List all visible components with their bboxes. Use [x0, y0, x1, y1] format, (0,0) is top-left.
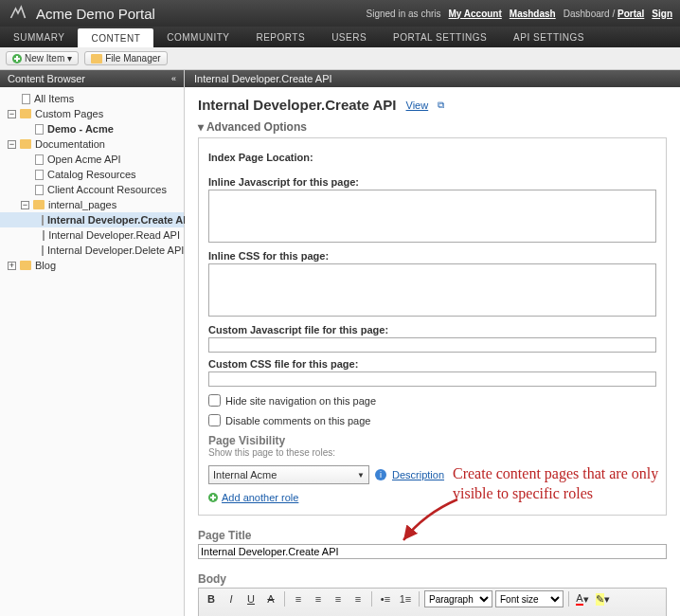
plus-icon: [12, 54, 22, 63]
tree-custom-pages[interactable]: −Custom Pages: [0, 106, 184, 121]
tree-all-items[interactable]: All Items: [0, 91, 184, 106]
page-icon: [35, 185, 44, 195]
separator: [568, 591, 569, 607]
inline-css-textarea[interactable]: [208, 263, 656, 317]
header: Acme Demo Portal Signed in as chris My A…: [0, 0, 680, 27]
body-label: Body: [198, 572, 667, 586]
hide-nav-checkbox[interactable]: [208, 394, 221, 407]
tree-open-acme-api[interactable]: Open Acme API: [0, 152, 184, 167]
tree-client-account-resources[interactable]: Client Account Resources: [0, 182, 184, 197]
plus-icon: [208, 493, 218, 502]
nav-reports[interactable]: REPORTS: [242, 27, 318, 47]
rte-textcolor-button[interactable]: A▾: [574, 590, 591, 607]
disable-comments-checkbox[interactable]: [208, 414, 221, 426]
rte-fontsize-select[interactable]: Font size: [495, 590, 564, 607]
page-title-input[interactable]: [198, 544, 667, 559]
content-tree: All Items −Custom Pages Demo - Acme −Doc…: [0, 87, 184, 277]
custom-css-file-input[interactable]: [208, 371, 656, 387]
collapse-icon[interactable]: −: [8, 140, 16, 149]
rte-ol-button[interactable]: 1≡: [397, 590, 414, 607]
sidebar-title: Content Browser: [8, 73, 85, 84]
chevron-down-icon: ▼: [357, 471, 365, 480]
info-icon[interactable]: i: [375, 469, 386, 480]
rte-align-justify-button[interactable]: ≡: [349, 590, 367, 607]
view-link[interactable]: View: [406, 100, 429, 111]
content-breadcrumb: Internal Developer.Create API: [185, 70, 680, 87]
nav-portal-settings[interactable]: PORTAL SETTINGS: [380, 27, 500, 47]
rte-bold-button[interactable]: B: [203, 590, 220, 607]
rte-ul-button[interactable]: •≡: [377, 590, 394, 607]
mashdash-link[interactable]: Mashdash: [510, 9, 556, 19]
toolbar: New Item ▾ File Manager: [0, 47, 680, 70]
rte-italic-button[interactable]: I: [223, 590, 240, 607]
page-icon: [43, 230, 45, 241]
page-icon: [35, 170, 44, 180]
description-link[interactable]: Description: [392, 469, 444, 480]
rte-toolbar: B I U A ≡ ≡ ≡ ≡ •≡ 1≡ Paragraph Font siz…: [198, 588, 667, 616]
inline-css-label: Inline CSS for this page:: [208, 250, 656, 262]
nav-users[interactable]: USERS: [318, 27, 380, 47]
page-icon: [42, 245, 44, 256]
page-visibility-desc: Show this page to these roles:: [208, 447, 656, 458]
page-title-label: Page Title: [198, 529, 667, 542]
index-page-label: Index Page Location:: [208, 152, 656, 163]
rte-highlight-button[interactable]: ✎▾: [594, 590, 611, 607]
sign-link[interactable]: Sign: [652, 9, 672, 19]
add-role-link[interactable]: Add another role: [222, 492, 298, 503]
tree-internal-pages[interactable]: −internal_pages: [0, 197, 184, 212]
file-manager-button[interactable]: File Manager: [84, 51, 167, 65]
nav-content[interactable]: CONTENT: [78, 28, 153, 47]
page-visibility-heading: Page Visibility: [208, 434, 656, 447]
folder-icon: [20, 109, 31, 118]
signed-in-label: Signed in as chris: [367, 9, 441, 19]
new-item-button[interactable]: New Item ▾: [6, 51, 79, 65]
portal-title: Acme Demo Portal: [36, 6, 155, 22]
rte-paragraph-select[interactable]: Paragraph: [424, 590, 492, 607]
custom-js-file-label: Custom Javascript file for this page:: [208, 324, 656, 335]
advanced-options-panel: Index Page Location: Inline Javascript f…: [198, 137, 667, 516]
advanced-options-toggle[interactable]: ▾ Advanced Options: [198, 120, 667, 134]
collapse-sidebar-icon[interactable]: «: [171, 74, 176, 83]
my-account-link[interactable]: My Account: [449, 9, 502, 19]
sidebar-header: Content Browser «: [0, 70, 184, 87]
collapse-icon[interactable]: −: [8, 110, 16, 118]
header-right: Signed in as chris My Account Mashdash D…: [367, 9, 672, 19]
collapse-icon[interactable]: −: [21, 201, 29, 209]
inline-js-textarea[interactable]: [208, 190, 656, 243]
page-icon: [35, 124, 44, 135]
rte-align-right-button[interactable]: ≡: [330, 590, 347, 607]
main-nav: SUMMARY CONTENT COMMUNITY REPORTS USERS …: [0, 27, 680, 47]
sidebar: Content Browser « All Items −Custom Page…: [0, 70, 185, 616]
tree-internal-dev-delete[interactable]: Internal Developer.Delete API: [0, 243, 184, 258]
tree-blog[interactable]: +Blog: [0, 258, 184, 273]
separator: [371, 591, 372, 607]
rte-align-left-button[interactable]: ≡: [290, 590, 307, 607]
rte-strike-button[interactable]: A: [262, 590, 279, 607]
custom-js-file-input[interactable]: [208, 337, 656, 353]
tree-documentation[interactable]: −Documentation: [0, 136, 184, 152]
tree-internal-dev-create[interactable]: Internal Developer.Create API: [0, 212, 184, 227]
nav-summary[interactable]: SUMMARY: [0, 27, 78, 47]
folder-icon: [20, 261, 31, 270]
folder-icon: [20, 139, 31, 149]
tree-internal-dev-read[interactable]: Internal Developer.Read API: [0, 227, 184, 243]
tree-demo-acme[interactable]: Demo - Acme: [0, 121, 184, 136]
rte-align-center-button[interactable]: ≡: [310, 590, 327, 607]
page-heading: Internal Developer.Create API: [198, 97, 397, 113]
separator: [419, 591, 420, 607]
disable-comments-label: Disable comments on this page: [225, 415, 370, 426]
custom-css-file-label: Custom CSS file for this page:: [208, 358, 656, 370]
nav-api-settings[interactable]: API SETTINGS: [500, 27, 598, 47]
expand-icon[interactable]: +: [8, 262, 16, 270]
rte-underline-button[interactable]: U: [242, 590, 259, 607]
folder-icon: [33, 200, 45, 209]
page-icon: [22, 94, 30, 104]
inline-js-label: Inline Javascript for this page:: [208, 176, 656, 188]
nav-community[interactable]: COMMUNITY: [153, 27, 242, 47]
role-select[interactable]: Internal Acme▼: [208, 465, 369, 484]
portal-link[interactable]: Portal: [617, 9, 644, 19]
logo-icon: [8, 4, 28, 23]
page-icon: [35, 154, 44, 165]
tree-catalog-resources[interactable]: Catalog Resources: [0, 167, 184, 182]
external-link-icon: ⧉: [438, 100, 444, 111]
